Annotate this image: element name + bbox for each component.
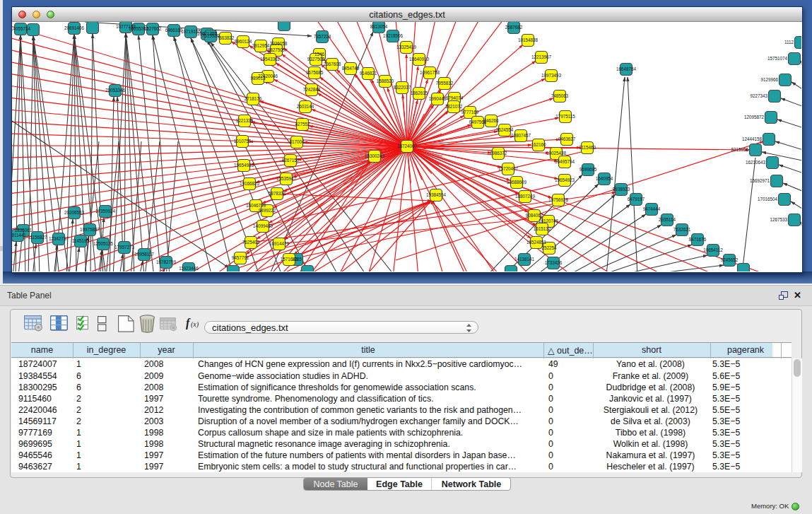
svg-text:17016504: 17016504 xyxy=(758,197,778,201)
svg-text:1571643: 1571643 xyxy=(281,257,298,262)
svg-text:2935114: 2935114 xyxy=(659,217,676,222)
svg-text:5878334: 5878334 xyxy=(269,191,286,196)
svg-text:12095872: 12095872 xyxy=(744,115,765,119)
svg-text:10654112: 10654112 xyxy=(703,247,723,252)
svg-text:989013: 989013 xyxy=(250,76,266,81)
svg-text:1821072: 1821072 xyxy=(445,104,463,109)
svg-text:9499222: 9499222 xyxy=(259,208,276,213)
svg-text:10973493: 10973493 xyxy=(541,73,562,78)
svg-text:16648784: 16648784 xyxy=(616,66,637,71)
svg-text:18807249: 18807249 xyxy=(515,194,536,199)
svg-text:3226058: 3226058 xyxy=(270,41,288,46)
svg-text:15692971: 15692971 xyxy=(750,178,770,183)
svg-text:18640910: 18640910 xyxy=(409,57,430,62)
svg-text:6479197: 6479197 xyxy=(628,197,645,201)
svg-text:8322037: 8322037 xyxy=(394,85,411,90)
svg-text:16524851: 16524851 xyxy=(526,240,547,245)
svg-text:1112: 1112 xyxy=(784,40,794,45)
svg-text:13325419: 13325419 xyxy=(396,45,417,49)
svg-text:7242848: 7242848 xyxy=(303,87,321,92)
svg-text:252254: 252254 xyxy=(541,245,557,250)
svg-text:19975887: 19975887 xyxy=(80,227,100,232)
svg-text:9327508: 9327508 xyxy=(307,57,325,62)
svg-text:15300243: 15300243 xyxy=(365,153,385,158)
svg-text:9115460: 9115460 xyxy=(579,145,596,150)
svg-text:10688609: 10688609 xyxy=(507,180,527,185)
svg-text:18724007: 18724007 xyxy=(397,144,418,148)
svg-text:19218506: 19218506 xyxy=(383,33,404,38)
svg-text:1221338: 1221338 xyxy=(236,118,254,123)
svg-text:19166825: 19166825 xyxy=(240,181,260,186)
svg-text:12505135: 12505135 xyxy=(93,241,114,246)
svg-text:13535947: 13535947 xyxy=(276,176,297,181)
svg-text:19756928: 19756928 xyxy=(548,197,569,202)
svg-text:2603144: 2603144 xyxy=(297,104,314,109)
svg-text:1615132: 1615132 xyxy=(534,226,551,231)
svg-text:f: f xyxy=(186,317,191,329)
svg-text:10543362: 10543362 xyxy=(260,57,281,62)
svg-text:2718176: 2718176 xyxy=(245,96,262,101)
svg-text:12444158: 12444158 xyxy=(742,136,763,141)
svg-text:1862615: 1862615 xyxy=(411,90,428,95)
svg-text:7955812: 7955812 xyxy=(436,81,454,86)
svg-text:20053346: 20053346 xyxy=(105,88,126,93)
svg-text:19384554: 19384554 xyxy=(426,192,447,197)
svg-text:10807457: 10807457 xyxy=(511,133,531,138)
svg-text:11156827: 11156827 xyxy=(28,235,47,240)
svg-text:1990448: 1990448 xyxy=(429,96,447,101)
svg-text:1267533: 1267533 xyxy=(770,217,787,222)
svg-text:7625402: 7625402 xyxy=(242,240,260,245)
svg-text:7986372: 7986372 xyxy=(490,151,507,156)
svg-text:1546: 1546 xyxy=(314,52,325,57)
svg-text:14055714: 14055714 xyxy=(12,26,30,31)
svg-text:9699695: 9699695 xyxy=(579,167,597,172)
svg-text:7357224: 7357224 xyxy=(314,34,331,39)
svg-text:7663822: 7663822 xyxy=(217,35,235,40)
svg-text:427552: 427552 xyxy=(295,122,310,127)
svg-text:9827509: 9827509 xyxy=(268,47,286,52)
svg-text:16046799: 16046799 xyxy=(246,203,266,208)
svg-text:9245652: 9245652 xyxy=(721,257,739,262)
svg-text:2367608: 2367608 xyxy=(324,62,341,66)
svg-text:8215956: 8215956 xyxy=(731,147,748,152)
svg-text:1675685: 1675685 xyxy=(306,70,324,75)
svg-text:16120746: 16120746 xyxy=(539,218,559,223)
svg-text:8471676: 8471676 xyxy=(689,237,707,242)
svg-text:3911441: 3911441 xyxy=(12,233,27,238)
svg-text:9084067: 9084067 xyxy=(526,213,543,218)
svg-text:746266: 746266 xyxy=(483,118,499,123)
svg-text:9463627: 9463627 xyxy=(558,136,576,141)
svg-text:8960124: 8960124 xyxy=(235,39,252,44)
svg-text:9146821: 9146821 xyxy=(360,71,377,76)
svg-text:9457791: 9457791 xyxy=(232,255,249,260)
svg-text:1010755: 1010755 xyxy=(234,139,252,144)
svg-text:15720407: 15720407 xyxy=(498,166,519,171)
svg-text:10958117: 10958117 xyxy=(134,252,154,257)
svg-text:8813054: 8813054 xyxy=(370,24,388,29)
svg-text:16210643: 16210643 xyxy=(746,160,766,165)
svg-text:1145195: 1145195 xyxy=(72,238,90,243)
svg-text:14099489: 14099489 xyxy=(253,223,273,228)
svg-text:17359924: 17359924 xyxy=(95,209,116,214)
svg-text:8938923: 8938923 xyxy=(613,187,630,192)
svg-text:9129966: 9129966 xyxy=(760,77,778,82)
svg-text:6794074: 6794074 xyxy=(446,95,464,100)
svg-text:9777169: 9777169 xyxy=(461,110,479,115)
svg-text:817004: 817004 xyxy=(289,139,305,144)
svg-text:20206553: 20206553 xyxy=(64,210,85,215)
svg-text:1835061: 1835061 xyxy=(15,228,33,233)
svg-text:(x): (x) xyxy=(191,320,199,329)
svg-text:9474444: 9474444 xyxy=(643,206,661,211)
svg-text:12213967: 12213967 xyxy=(531,54,552,59)
svg-text:162160: 162160 xyxy=(531,142,546,147)
svg-text:19654923: 19654923 xyxy=(555,177,575,182)
svg-text:3624554: 3624554 xyxy=(496,127,514,132)
svg-text:8454749: 8454749 xyxy=(342,66,360,71)
svg-text:16782759: 16782759 xyxy=(156,259,177,264)
svg-text:15751074: 15751074 xyxy=(767,56,788,61)
svg-text:1640954: 1640954 xyxy=(596,176,613,181)
svg-text:1527602: 1527602 xyxy=(144,26,162,31)
svg-text:1588520: 1588520 xyxy=(377,78,394,83)
svg-text:7632621: 7632621 xyxy=(673,227,691,232)
svg-text:8267150: 8267150 xyxy=(282,158,300,163)
